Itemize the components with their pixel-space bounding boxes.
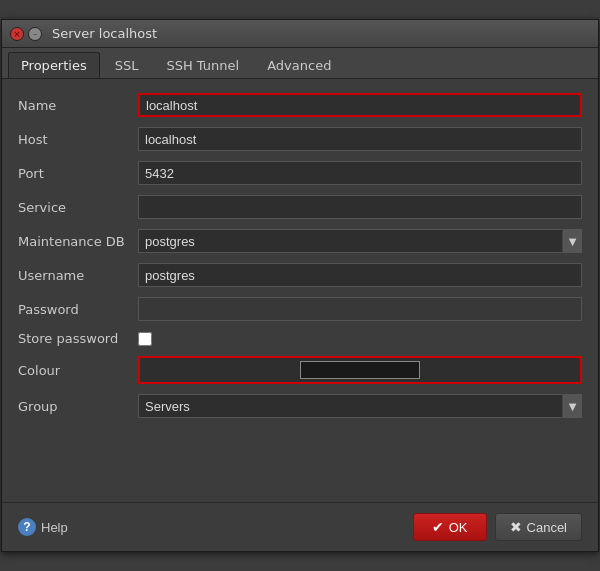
name-input[interactable] bbox=[138, 93, 582, 117]
group-row: Group Servers ▼ bbox=[18, 394, 582, 418]
group-select[interactable]: Servers bbox=[138, 394, 582, 418]
maintenance-db-select[interactable]: postgres bbox=[138, 229, 582, 253]
help-label: Help bbox=[41, 520, 68, 535]
host-label: Host bbox=[18, 132, 138, 147]
cancel-button[interactable]: ✖ Cancel bbox=[495, 513, 582, 541]
name-label: Name bbox=[18, 98, 138, 113]
group-wrapper: Servers ▼ bbox=[138, 394, 582, 418]
tab-ssl[interactable]: SSL bbox=[102, 52, 152, 78]
titlebar: × – Server localhost bbox=[2, 20, 598, 48]
colour-picker-container[interactable] bbox=[138, 356, 582, 384]
service-row: Service bbox=[18, 195, 582, 219]
colour-row: Colour bbox=[18, 356, 582, 384]
close-button[interactable]: × bbox=[10, 27, 24, 41]
tab-ssh-tunnel[interactable]: SSH Tunnel bbox=[153, 52, 252, 78]
minimize-button[interactable]: – bbox=[28, 27, 42, 41]
window-title: Server localhost bbox=[52, 26, 157, 41]
name-row: Name bbox=[18, 93, 582, 117]
maintenance-db-wrapper: postgres ▼ bbox=[138, 229, 582, 253]
help-button[interactable]: ? Help bbox=[18, 518, 68, 536]
password-label: Password bbox=[18, 302, 138, 317]
password-input[interactable] bbox=[138, 297, 582, 321]
store-password-wrapper bbox=[138, 332, 152, 346]
tab-advanced[interactable]: Advanced bbox=[254, 52, 344, 78]
store-password-row: Store password bbox=[18, 331, 582, 346]
titlebar-buttons: × – bbox=[10, 27, 42, 41]
colour-label: Colour bbox=[18, 363, 138, 378]
username-input[interactable] bbox=[138, 263, 582, 287]
form-content: Name Host Port Service Maintenance DB po… bbox=[2, 79, 598, 442]
service-label: Service bbox=[18, 200, 138, 215]
password-row: Password bbox=[18, 297, 582, 321]
maintenance-db-label: Maintenance DB bbox=[18, 234, 138, 249]
ok-icon: ✔ bbox=[432, 519, 444, 535]
host-row: Host bbox=[18, 127, 582, 151]
port-label: Port bbox=[18, 166, 138, 181]
port-input[interactable] bbox=[138, 161, 582, 185]
username-row: Username bbox=[18, 263, 582, 287]
main-window: × – Server localhost Properties SSL SSH … bbox=[1, 19, 599, 552]
cancel-label: Cancel bbox=[527, 520, 567, 535]
service-input[interactable] bbox=[138, 195, 582, 219]
store-password-label: Store password bbox=[18, 331, 138, 346]
footer-right: ✔ OK ✖ Cancel bbox=[413, 513, 582, 541]
footer: ? Help ✔ OK ✖ Cancel bbox=[2, 502, 598, 551]
maintenance-db-row: Maintenance DB postgres ▼ bbox=[18, 229, 582, 253]
port-row: Port bbox=[18, 161, 582, 185]
ok-button[interactable]: ✔ OK bbox=[413, 513, 487, 541]
username-label: Username bbox=[18, 268, 138, 283]
help-icon: ? bbox=[18, 518, 36, 536]
store-password-checkbox[interactable] bbox=[138, 332, 152, 346]
tab-bar: Properties SSL SSH Tunnel Advanced bbox=[2, 48, 598, 79]
ok-label: OK bbox=[449, 520, 468, 535]
host-input[interactable] bbox=[138, 127, 582, 151]
tab-properties[interactable]: Properties bbox=[8, 52, 100, 78]
group-label: Group bbox=[18, 399, 138, 414]
colour-picker-swatch bbox=[300, 361, 420, 379]
cancel-icon: ✖ bbox=[510, 519, 522, 535]
